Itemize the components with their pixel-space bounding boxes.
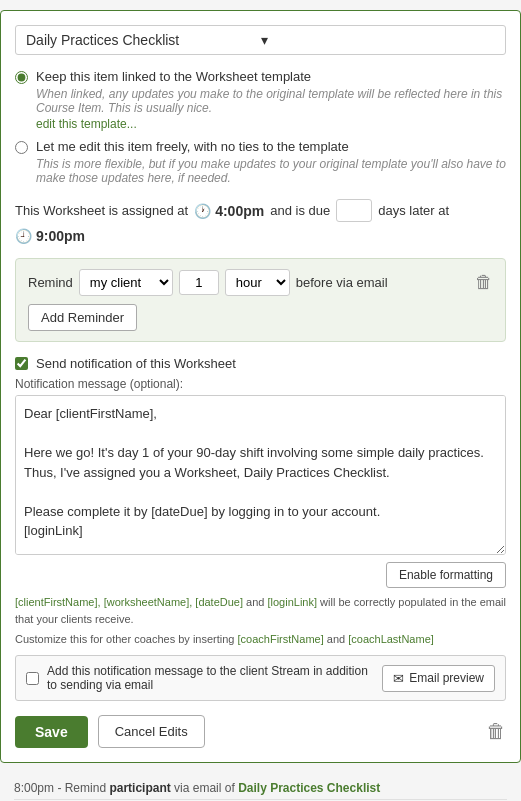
reminder-row: Remind my client me participant hour day… xyxy=(28,269,493,296)
remind-num-input[interactable] xyxy=(179,270,219,295)
message-label: Notification message (optional): xyxy=(15,377,506,391)
remind-prefix: Remind xyxy=(28,275,73,290)
coaches-prefix: Customize this for other coaches by inse… xyxy=(15,633,238,645)
reminder-box: Remind my client me participant hour day… xyxy=(15,258,506,342)
template-dropdown[interactable]: Daily Practices Checklist ▾ xyxy=(15,25,506,55)
vars-info: [clientFirstName], [worksheetName], [dat… xyxy=(15,594,506,627)
stream-checkbox[interactable] xyxy=(26,672,39,685)
save-button[interactable]: Save xyxy=(15,716,88,748)
vars-part2: [loginLink] xyxy=(268,596,318,608)
clock-icon-due: 🕘 xyxy=(15,228,32,244)
action-buttons: Save Cancel Edits 🗑 xyxy=(15,715,506,748)
footer1-bold: participant xyxy=(109,781,170,795)
cancel-button[interactable]: Cancel Edits xyxy=(98,715,205,748)
radio-free[interactable] xyxy=(15,141,28,154)
template-dropdown-label: Daily Practices Checklist xyxy=(26,32,261,48)
days-input[interactable]: 0 xyxy=(336,199,372,222)
time-connector: and is due xyxy=(270,203,330,218)
radio-free-desc: This is more flexible, but if you make u… xyxy=(36,157,506,185)
radio-free-label[interactable]: Let me edit this item freely, with no ti… xyxy=(36,139,349,154)
reminder-trash-icon[interactable]: 🗑 xyxy=(475,272,493,293)
format-btn-row: Enable formatting xyxy=(15,562,506,588)
email-preview-button[interactable]: ✉ Email preview xyxy=(382,665,495,692)
send-notification-label[interactable]: Send notification of this Worksheet xyxy=(36,356,236,371)
link-options: Keep this item linked to the Worksheet t… xyxy=(15,69,506,185)
remind-who-select[interactable]: my client me participant xyxy=(79,269,173,296)
due-time-group: 🕘 9:00pm xyxy=(15,228,85,244)
add-reminder-button[interactable]: Add Reminder xyxy=(28,304,137,331)
stream-label[interactable]: Add this notification message to the cli… xyxy=(47,664,374,692)
footer1-prefix: - Remind xyxy=(57,781,106,795)
time-prefix: This Worksheet is assigned at xyxy=(15,203,188,218)
vars-part1: [clientFirstName], [worksheetName], [dat… xyxy=(15,596,243,608)
coaches-var2: [coachLastName] xyxy=(348,633,434,645)
due-time-value[interactable]: 9:00pm xyxy=(36,228,85,244)
footer1-name: Daily Practices Checklist xyxy=(238,781,380,795)
time-assignment-row: This Worksheet is assigned at 🕐 4:00pm a… xyxy=(15,199,506,244)
radio-item-free: Let me edit this item freely, with no ti… xyxy=(15,139,506,185)
radio-item-linked: Keep this item linked to the Worksheet t… xyxy=(15,69,506,131)
footer-divider xyxy=(14,799,507,800)
radio-linked-label[interactable]: Keep this item linked to the Worksheet t… xyxy=(36,69,311,84)
worksheet-form: Daily Practices Checklist ▾ Keep this it… xyxy=(0,10,521,763)
send-notification-row: Send notification of this Worksheet xyxy=(15,356,506,371)
clock-icon-assign: 🕐 xyxy=(194,203,211,219)
email-preview-label: Email preview xyxy=(409,671,484,685)
edit-template-link[interactable]: edit this template... xyxy=(36,117,506,131)
days-label: days later at xyxy=(378,203,449,218)
remind-unit-select[interactable]: hour day week xyxy=(225,269,290,296)
vars-and: and xyxy=(243,596,267,608)
delete-trash-icon[interactable]: 🗑 xyxy=(486,720,506,743)
enable-formatting-button[interactable]: Enable formatting xyxy=(386,562,506,588)
assign-time-value[interactable]: 4:00pm xyxy=(215,203,264,219)
notification-message-textarea[interactable]: Dear [clientFirstName], Here we go! It's… xyxy=(15,395,506,555)
radio-linked-desc: When linked, any updates you make to the… xyxy=(36,87,506,115)
footer-item-1: 8:00pm - Remind participant via email of… xyxy=(14,781,507,795)
footer1-middle: via email of xyxy=(174,781,235,795)
dropdown-arrow-icon: ▾ xyxy=(261,32,496,48)
footer-section: 8:00pm - Remind participant via email of… xyxy=(0,773,521,801)
assign-time-group: 🕐 4:00pm xyxy=(194,203,264,219)
coaches-info: Customize this for other coaches by inse… xyxy=(15,633,506,645)
coaches-and: and xyxy=(324,633,348,645)
send-notification-checkbox[interactable] xyxy=(15,357,28,370)
footer1-time: 8:00pm xyxy=(14,781,54,795)
coaches-var1: [coachFirstName] xyxy=(238,633,324,645)
email-icon: ✉ xyxy=(393,671,404,686)
stream-row: Add this notification message to the cli… xyxy=(15,655,506,701)
radio-linked[interactable] xyxy=(15,71,28,84)
remind-suffix: before via email xyxy=(296,275,388,290)
